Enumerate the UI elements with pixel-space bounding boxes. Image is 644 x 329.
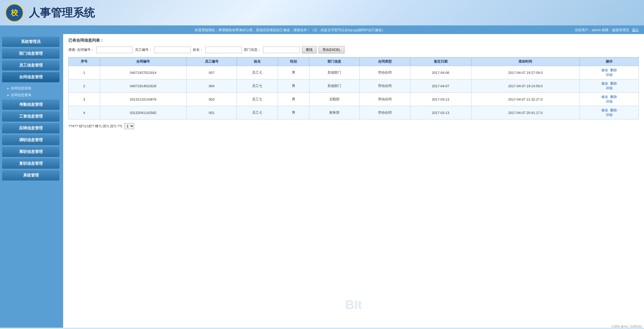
name-label: 姓名：	[193, 47, 203, 52]
action-delete[interactable]: 删除	[610, 81, 617, 85]
table-cell: 007	[186, 66, 237, 79]
table-row: 204071914531626004员工七男其他部门劳动合同2017-04-07…	[69, 79, 639, 93]
sidebar: 系统管理员 部门信息管理 员工信息管理 合同信息管理 合同信息添加 合同信息查询…	[0, 34, 62, 328]
emp-no-label: 员工编号：	[135, 47, 152, 52]
col-add-time: 添加时间	[471, 57, 580, 66]
table-cell: 员工七	[237, 93, 278, 106]
action-edit[interactable]: 修改	[601, 108, 608, 112]
table-row: 303132132143876003员工七男后勤部劳动合同2017-03-132…	[69, 93, 639, 106]
table-cell: 2017-04-07 20:41:17.0	[471, 106, 580, 119]
export-button[interactable]: 导出EXCEL	[319, 46, 345, 53]
table-cell: 004	[186, 79, 237, 93]
contract-no-label: 搜索: 合同编号：	[68, 47, 94, 52]
search-button[interactable]: 查找	[302, 46, 316, 53]
watermark: BIt	[345, 298, 362, 312]
table-cell: 员工七	[237, 106, 278, 119]
table-cell: 2017-04-07 21:32:27.0	[471, 93, 580, 106]
table-cell: 劳动合同	[360, 93, 410, 106]
pagination: ??4?? 绍?1/1栏? 棟?) 涓?) 涓?) ??) 1	[68, 123, 639, 129]
table-cell: 其他部门	[309, 66, 360, 79]
action-edit[interactable]: 修改	[601, 95, 608, 99]
search-bar: 搜索: 合同编号： 员工编号： 姓名： 部门信息： 查找 导出EXCEL	[68, 46, 639, 53]
col-dept: 部门信息	[309, 57, 360, 66]
logo: 校	[5, 4, 24, 22]
table-cell: 001	[186, 106, 237, 119]
user-label: 当前用户：admin 权限：超级管理员	[575, 28, 629, 32]
sidebar-item-transfer-mgmt[interactable]: 调职信息管理	[2, 135, 59, 145]
col-emp-no: 员工编号	[186, 57, 237, 66]
table-cell: 2017-04-07 19:14:59.0	[471, 79, 580, 93]
sidebar-item-reinstate-mgmt[interactable]: 复职信息管理	[2, 158, 59, 169]
header: 校 人事管理系统	[0, 0, 644, 26]
table-cell: 003	[186, 93, 237, 106]
action-detail[interactable]: 详细	[606, 100, 613, 103]
action-detail[interactable]: 详细	[606, 113, 613, 117]
table-cell: 03132132143876	[100, 93, 186, 106]
contract-no-input[interactable]	[96, 47, 133, 53]
dept-label: 部门信息：	[244, 47, 261, 52]
table-cell: 2017-04-07	[410, 79, 471, 93]
sidebar-item-sys-admin[interactable]: 系统管理员	[2, 37, 59, 47]
table-cell: 男	[278, 66, 309, 79]
table-cell: 劳动合同	[360, 106, 410, 119]
action-cell: 修改 删除详细	[580, 93, 638, 106]
footer-credit: CSDN @m0_71285322	[612, 325, 642, 328]
main-content: 已有合同信息列表： 搜索: 合同编号： 员工编号： 姓名： 部门信息： 查找 导…	[63, 34, 644, 328]
sidebar-item-attendance-mgmt[interactable]: 考勤信息管理	[2, 100, 59, 110]
page-title: 已有合同信息列表：	[68, 38, 639, 43]
action-edit[interactable]: 修改	[601, 81, 608, 85]
pagination-info: ??4?? 绍?1/1栏? 棟?) 涓?) 涓?) ??)	[68, 124, 122, 129]
sidebar-item-contract-query[interactable]: 合同信息查询	[7, 92, 59, 98]
welcome-text: 欢迎登陆我站，希望能给你带来好心情，其他话语请您自己修改，谢谢合作！（注：此处文…	[5, 28, 575, 32]
table-cell: 4	[69, 106, 100, 119]
action-cell: 修改 删除详细	[580, 66, 638, 79]
sidebar-item-salary-mgmt[interactable]: 工资信息管理	[2, 111, 59, 122]
col-type: 合同类型	[360, 57, 410, 66]
col-contract-no: 合同编号	[100, 57, 186, 66]
sidebar-item-dept-mgmt[interactable]: 部门信息管理	[2, 48, 59, 59]
table-cell: 2017-03-13	[410, 106, 471, 119]
action-edit[interactable]: 修改	[601, 68, 608, 72]
table-cell: 男	[278, 93, 309, 106]
col-action: 操作	[580, 57, 638, 66]
dept-input[interactable]	[263, 47, 300, 53]
table-row: 104071927021914007员工七男其他部门劳动合同2017-04-06…	[69, 66, 639, 79]
table-cell: 男	[278, 79, 309, 93]
sidebar-item-recruit-mgmt[interactable]: 应聘信息管理	[2, 123, 59, 133]
sidebar-item-system-mgmt[interactable]: 系统管理	[2, 170, 59, 180]
action-cell: 修改 删除详细	[580, 79, 638, 93]
table-cell: 04071914531626	[100, 79, 186, 93]
user-info: 当前用户：admin 权限：超级管理员 退出	[575, 28, 639, 32]
table-cell: 1	[69, 66, 100, 79]
action-delete[interactable]: 删除	[610, 95, 617, 99]
topbar: 欢迎登陆我站，希望能给你带来好心情，其他话语请您自己修改，谢谢合作！（注：此处文…	[0, 26, 644, 34]
logout-link[interactable]: 退出	[632, 28, 639, 32]
action-cell: 修改 删除详细	[580, 106, 638, 119]
table-cell: 劳动合同	[360, 66, 410, 79]
table-cell: 其他部门	[309, 79, 360, 93]
col-sign-date: 签定日期	[410, 57, 471, 66]
sidebar-item-contract-add[interactable]: 合同信息添加	[7, 85, 59, 92]
table-cell: 员工七	[237, 66, 278, 79]
table-row: 403132041142582001员工七男财务部劳动合同2017-03-132…	[69, 106, 639, 119]
emp-no-input[interactable]	[154, 47, 191, 53]
col-seq: 序号	[69, 57, 100, 66]
table-cell: 04071927021914	[100, 66, 186, 79]
action-delete[interactable]: 删除	[610, 68, 617, 72]
action-detail[interactable]: 详细	[606, 86, 613, 90]
col-gender: 性别	[278, 57, 309, 66]
table-cell: 后勤部	[309, 93, 360, 106]
sidebar-item-resign-mgmt[interactable]: 离职信息管理	[2, 147, 59, 157]
name-input[interactable]	[205, 47, 242, 53]
table-cell: 03132041142582	[100, 106, 186, 119]
layout: 系统管理员 部门信息管理 员工信息管理 合同信息管理 合同信息添加 合同信息查询…	[0, 34, 644, 328]
action-delete[interactable]: 删除	[610, 108, 617, 112]
page-select[interactable]: 1	[124, 123, 134, 129]
action-detail[interactable]: 详细	[606, 73, 613, 77]
table-cell: 员工七	[237, 79, 278, 93]
table-cell: 2017-04-07 19:27:09.0	[471, 66, 580, 79]
table-cell: 2017-03-13	[410, 93, 471, 106]
sidebar-item-contract-mgmt[interactable]: 合同信息管理	[2, 72, 59, 82]
contract-table: 序号 合同编号 员工编号 姓名 性别 部门信息 合同类型 签定日期 添加时间 操…	[68, 57, 639, 119]
sidebar-item-emp-mgmt[interactable]: 员工信息管理	[2, 60, 59, 70]
